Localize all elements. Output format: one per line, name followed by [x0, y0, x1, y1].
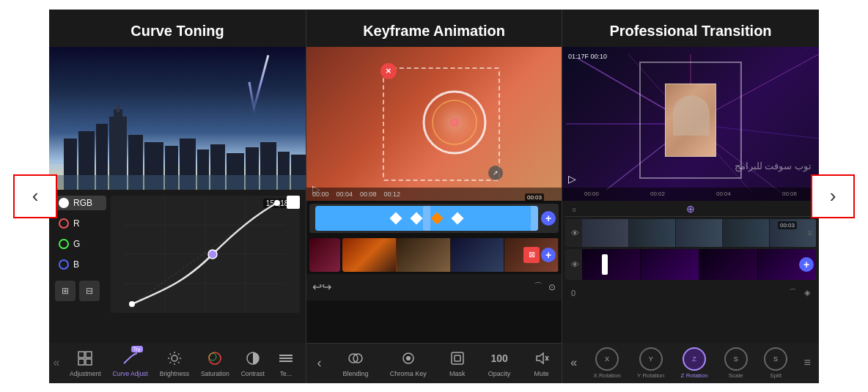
- curve-canvas[interactable]: 156,182: [111, 196, 300, 313]
- chevron-left-icon: ‹: [32, 185, 39, 207]
- next-button[interactable]: ›: [811, 174, 855, 218]
- opacity-label: Opacity: [488, 370, 511, 377]
- panel2-controls: ↩ ↪ ⌒ ⊙: [306, 274, 562, 300]
- track1-duration: 00:03: [778, 221, 797, 229]
- channel-blue[interactable]: B: [55, 257, 106, 272]
- scale-label: Scale: [729, 372, 743, 379]
- p3-rm-2: 00:02: [650, 191, 665, 197]
- mute-label: Mute: [534, 370, 548, 377]
- reset-curve-btn[interactable]: ⊟: [79, 281, 100, 301]
- chroma-key-btn[interactable]: Chroma Key: [390, 349, 427, 377]
- panels-wrapper: Curve Toning: [49, 10, 819, 383]
- p3-timecode: 01:17F 00:10: [568, 53, 607, 60]
- channel-rgb[interactable]: RGB: [55, 196, 106, 210]
- p3-duration: 00:10: [591, 53, 608, 60]
- contrast-icon: [243, 349, 262, 368]
- curve-icon-tab: Try: [121, 349, 140, 368]
- p3-play-btn[interactable]: ▷: [568, 173, 576, 185]
- undo-btn[interactable]: ↩: [312, 280, 322, 294]
- clip-handle-right[interactable]: [531, 206, 538, 231]
- blending-label: Blending: [343, 370, 369, 377]
- svg-point-55: [406, 356, 411, 360]
- animation-element: [418, 86, 491, 162]
- add-node-btn[interactable]: ⊞: [55, 281, 76, 301]
- x-rotation-btn[interactable]: X X Rotation: [593, 347, 620, 379]
- channel-red[interactable]: R: [55, 216, 106, 231]
- p3-menu-btn[interactable]: ≡: [803, 356, 810, 369]
- cube-element: [639, 62, 742, 179]
- tc-4: 00:04: [336, 191, 353, 198]
- eye-btn-2[interactable]: 👁: [567, 257, 582, 272]
- kf-diamond-2[interactable]: [411, 212, 423, 224]
- svg-point-28: [274, 200, 280, 206]
- curve-btn[interactable]: ⌒: [534, 281, 542, 293]
- collapse-btn[interactable]: «: [49, 343, 64, 383]
- add-keyframe-btn[interactable]: +: [541, 211, 556, 226]
- mask-btn[interactable]: Mask: [448, 349, 467, 377]
- p3-current-time: 01:17F: [568, 53, 589, 60]
- adjustment-icon: [76, 349, 95, 368]
- panel3-toolbar: « X X Rotation Y Y Rotation Z Z Rotation: [562, 343, 819, 383]
- close-selection-btn[interactable]: ×: [380, 63, 397, 79]
- clip-handle-left[interactable]: [423, 206, 430, 231]
- svg-rect-31: [78, 359, 84, 365]
- p3-bottom-controls: 0 ⌒ ◈: [565, 282, 816, 304]
- rgb-label: RGB: [73, 198, 92, 208]
- tab-more[interactable]: Te...: [271, 349, 301, 377]
- split-btn[interactable]: S Split: [764, 347, 787, 379]
- tab-adjustment[interactable]: Adjustment: [64, 349, 107, 377]
- kf-diamond-3[interactable]: [431, 212, 444, 224]
- toolbar-back-btn[interactable]: ‹: [317, 355, 322, 371]
- z-rotation-btn[interactable]: Z Z Rotation: [681, 347, 708, 379]
- y-rotation-btn[interactable]: Y Y Rotation: [637, 347, 664, 379]
- try-badge: Try: [131, 346, 143, 352]
- svg-point-43: [209, 353, 216, 360]
- svg-rect-6: [117, 105, 119, 112]
- saturation-label: Saturation: [201, 370, 229, 377]
- svg-rect-32: [86, 359, 92, 365]
- split-label: Split: [770, 372, 781, 379]
- p3-wave-ctrl[interactable]: ◈: [804, 288, 810, 297]
- svg-point-26: [129, 301, 135, 307]
- chroma-label: Chroma Key: [390, 370, 427, 377]
- x-rotation-label: X Rotation: [593, 372, 620, 379]
- p3-back-btn[interactable]: «: [570, 356, 577, 369]
- add-track-btn[interactable]: +: [541, 248, 556, 262]
- tab-curve[interactable]: Try Curve Adjust: [107, 349, 154, 377]
- white-square-icon: [287, 196, 300, 209]
- channel-green[interactable]: G: [55, 237, 106, 251]
- tab-brightness[interactable]: Brightness: [154, 349, 195, 377]
- kf-diamond-1[interactable]: [390, 212, 402, 224]
- blending-btn[interactable]: Blending: [343, 349, 369, 377]
- tab-contrast[interactable]: Contrast: [235, 349, 271, 377]
- svg-rect-57: [455, 355, 460, 361]
- panel2-timeline: 00:03 +: [306, 201, 562, 274]
- chevron-right-icon: ›: [830, 185, 836, 207]
- opacity-btn[interactable]: 100 Opacity: [488, 349, 511, 377]
- p3-track1: 👁 00:03 ≡: [565, 219, 816, 247]
- p3-curve-ctrl[interactable]: ⌒: [789, 287, 797, 298]
- eye-btn-1[interactable]: 👁: [567, 226, 582, 240]
- duration-badge: 00:03: [525, 193, 544, 201]
- redo-btn[interactable]: ↪: [322, 280, 331, 294]
- rgb-dot: [59, 198, 69, 208]
- add-marker[interactable]: ⊕: [686, 203, 695, 215]
- curve-label: Curve Adjust: [113, 370, 148, 377]
- settings-btn[interactable]: ⊙: [548, 282, 556, 292]
- bookmark-btn[interactable]: ⊠: [523, 247, 540, 263]
- brightness-label: Brightness: [160, 370, 189, 377]
- tab-saturation[interactable]: Saturation: [195, 349, 235, 377]
- prev-button[interactable]: ‹: [13, 174, 57, 218]
- mask-icon: [448, 349, 467, 368]
- split-circle: S: [764, 347, 787, 371]
- svg-line-38: [169, 353, 171, 355]
- scale-btn[interactable]: S Scale: [724, 347, 748, 379]
- resize-handle[interactable]: ↗: [488, 166, 503, 180]
- svg-line-40: [178, 353, 180, 355]
- timecode-bar: 00:00 00:04 00:08 00:12: [306, 188, 562, 201]
- p3-track2: 👁 +: [565, 249, 816, 280]
- p3-add-track-btn[interactable]: +: [799, 257, 814, 272]
- kf-diamond-4[interactable]: [452, 212, 464, 224]
- mute-btn[interactable]: Mute: [532, 349, 551, 377]
- track-options[interactable]: ≡: [807, 228, 812, 238]
